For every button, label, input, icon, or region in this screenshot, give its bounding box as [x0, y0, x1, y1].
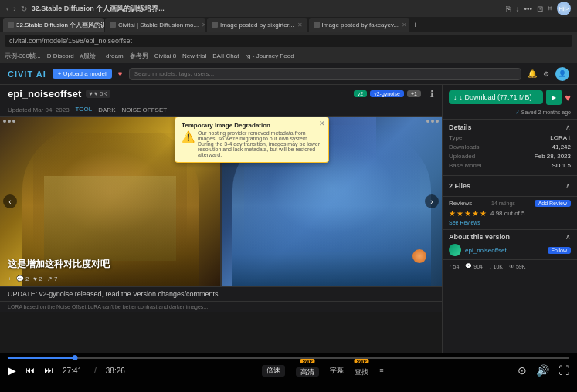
- add-review-button[interactable]: Add Review: [535, 200, 571, 207]
- about-header: About this version ∧: [449, 233, 571, 241]
- bookmark-5[interactable]: Civitai 8: [154, 52, 176, 59]
- prev-chapter-button[interactable]: ⏮: [25, 365, 35, 376]
- fullscreen-icon[interactable]: ⛶: [558, 364, 569, 377]
- playlist-button[interactable]: ≡: [379, 367, 383, 374]
- files-label: 2 Files: [449, 182, 470, 190]
- stat-val-1: 904: [473, 264, 483, 269]
- tab-close-3[interactable]: ✕: [402, 22, 407, 29]
- progress-fill: [8, 357, 75, 359]
- download-button[interactable]: ↓ ↓ Download (77.71 MB): [449, 90, 543, 104]
- volume-icon[interactable]: 🔊: [536, 364, 549, 377]
- tool-tab-tool[interactable]: TOOL: [76, 106, 93, 113]
- right-sidebar: ↓ ↓ Download (77.71 MB) ▶ ♥ ✓ Saved 2 mo…: [442, 85, 577, 353]
- browser-refresh-icon[interactable]: ↻: [21, 5, 27, 13]
- stat-item-2: ↓ 10K: [489, 263, 503, 269]
- model-page: epi_noiseoffset ♥ ♥ 5K v2 v2-gynoise +1 …: [0, 85, 577, 353]
- hd-button[interactable]: 高清: [296, 367, 319, 377]
- progress-bar[interactable]: [8, 357, 569, 359]
- bookmark-8[interactable]: rg - Journey Feed: [245, 52, 294, 59]
- version-tags: v2 v2-gynoise +1: [354, 90, 421, 97]
- tab-active[interactable]: 32.Stable Diffusion 个人画风的训练培养... ✕: [3, 18, 104, 32]
- tab-favicon-0: [8, 22, 14, 28]
- about-title: About this version: [449, 233, 510, 241]
- next-chapter-button[interactable]: ⏭: [44, 365, 53, 376]
- downloads-value: 41,242: [552, 144, 571, 150]
- search-button[interactable]: 查找: [355, 368, 368, 376]
- bookmark-4[interactable]: 参考男: [130, 52, 148, 60]
- model-updated: Updated Mar 04, 2023: [8, 106, 70, 113]
- stat-item-0: ↑ 54: [449, 263, 459, 269]
- video-player: ▶ ⏮ ⏭ 27:41 / 38:26 倍速 5WP 高清 字幕 5WP 查找 …: [0, 353, 577, 392]
- bookmark-0[interactable]: 示例-300帧...: [5, 52, 41, 60]
- gallery-next-button[interactable]: ›: [425, 194, 439, 208]
- user-avatar-header[interactable]: 👤: [555, 67, 569, 81]
- controls-row: ▶ ⏮ ⏭ 27:41 / 38:26 倍速 5WP 高清 字幕 5WP 查找 …: [8, 363, 569, 377]
- notification-icon[interactable]: 🔔: [528, 69, 537, 78]
- bookmark-7[interactable]: BAII Chat: [212, 52, 239, 59]
- reviews-title: Reviews: [449, 200, 472, 207]
- tab-2[interactable]: Image posted by sixgirter... ✕: [207, 18, 307, 32]
- tab-1[interactable]: Civitai | Stable Diffusion mo... ✕: [105, 18, 205, 32]
- see-reviews-link[interactable]: See Reviews: [449, 220, 480, 225]
- info-icon[interactable]: ℹ: [430, 89, 434, 100]
- tab-close-2[interactable]: ✕: [297, 22, 303, 29]
- tool-tab-noise[interactable]: NOISE OFFSET: [121, 106, 167, 113]
- browser-forward-icon[interactable]: ›: [13, 5, 15, 13]
- tab-3[interactable]: Image posted by fakeayev... ✕: [309, 18, 409, 32]
- upload-model-button[interactable]: + Upload a model: [53, 69, 112, 79]
- gallery-options-left: [3, 120, 15, 123]
- tool-tab-dark[interactable]: DARK: [98, 106, 115, 113]
- picture-in-picture-icon[interactable]: ⊙: [518, 364, 527, 377]
- details-toggle[interactable]: ∧: [565, 123, 571, 131]
- address-input[interactable]: [5, 35, 572, 47]
- model-user-name[interactable]: epi_noiseoffset: [465, 247, 507, 254]
- files-toggle[interactable]: ∧: [565, 182, 571, 190]
- vtag-gynoise[interactable]: v2-gynoise: [370, 90, 404, 97]
- banner-close-button[interactable]: ✕: [319, 120, 325, 127]
- pip-icon[interactable]: ⌗: [548, 4, 552, 13]
- files-row: 2 Files ∧: [449, 180, 571, 192]
- detail-downloads-row: Downloads 41,242: [449, 144, 571, 150]
- current-time: 27:41: [63, 367, 82, 375]
- vtag-v2[interactable]: v2: [354, 90, 367, 97]
- settings-icon[interactable]: ⚙: [543, 70, 549, 78]
- more-icon[interactable]: •••: [524, 5, 532, 13]
- civitai-header: CIVIT AI + Upload a model ♥ 🔔 ⚙ 👤: [0, 63, 577, 85]
- favorites-icon[interactable]: ♥: [118, 69, 123, 78]
- tab-close-1[interactable]: ✕: [202, 22, 205, 29]
- save-heart-button[interactable]: ♥: [565, 92, 571, 103]
- total-time: 38:26: [106, 367, 125, 375]
- bookmark-6[interactable]: New trial: [182, 52, 206, 59]
- stat-val-2: 10K: [493, 264, 502, 269]
- time-separator: /: [94, 367, 97, 375]
- play-button[interactable]: ▶: [8, 364, 16, 377]
- three-dots-right[interactable]: [426, 120, 439, 123]
- files-section: 2 Files ∧: [443, 175, 577, 196]
- user-avatar[interactable]: Hi >: [557, 2, 571, 15]
- vtag-plus1[interactable]: +1: [407, 90, 421, 97]
- download-icon[interactable]: ↓: [515, 5, 519, 13]
- browser-back-icon[interactable]: ‹: [6, 5, 8, 13]
- play-small-button[interactable]: ▶: [546, 90, 562, 105]
- subtitles-button[interactable]: 字幕: [330, 366, 344, 376]
- bookmark-2[interactable]: #服绘: [80, 52, 96, 60]
- bookmark-3[interactable]: +dream: [102, 52, 123, 59]
- follow-button[interactable]: Follow: [548, 247, 571, 254]
- new-tab-icon[interactable]: +: [413, 21, 418, 29]
- speed-button[interactable]: 倍速: [262, 365, 285, 377]
- hd-btn-container: 5WP 高清: [296, 363, 319, 377]
- cast-icon[interactable]: ⊡: [537, 5, 543, 13]
- search-input[interactable]: [129, 68, 521, 80]
- type-label: Type: [449, 134, 462, 141]
- bookmark-1[interactable]: D Discord: [47, 52, 74, 59]
- uploaded-value: Feb 28, 2023: [535, 153, 571, 160]
- about-toggle[interactable]: ∧: [565, 233, 571, 241]
- three-dots-left[interactable]: [3, 120, 15, 123]
- share-icon[interactable]: ⎘: [506, 5, 511, 13]
- details-section: Details ∧ Type LORA ℹ Downloads 41,242 U…: [443, 119, 577, 175]
- gallery-prev-button[interactable]: ‹: [3, 194, 17, 208]
- face-circle-right: [412, 249, 426, 263]
- gallery-share-count: ↗ 7: [47, 275, 58, 282]
- comment-icon: 💬: [465, 263, 472, 269]
- type-info-icon[interactable]: ℹ: [569, 135, 571, 141]
